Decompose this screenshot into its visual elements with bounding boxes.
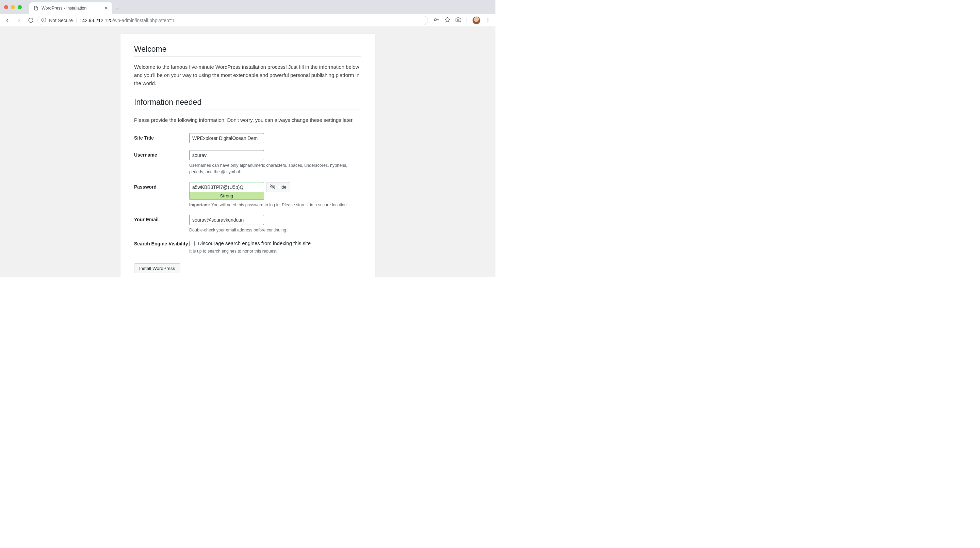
star-icon[interactable] bbox=[444, 17, 450, 24]
email-description: Double-check your email address before c… bbox=[189, 227, 361, 234]
svg-point-11 bbox=[488, 21, 488, 22]
menu-icon[interactable] bbox=[485, 17, 491, 24]
new-tab-button[interactable]: + bbox=[112, 2, 122, 14]
search-visibility-description: It is up to search engines to honor this… bbox=[189, 248, 361, 255]
search-visibility-label: Search Engine Visibility bbox=[134, 240, 189, 247]
reload-button[interactable] bbox=[26, 16, 35, 25]
password-label: Password bbox=[134, 182, 189, 190]
info-icon bbox=[41, 18, 46, 24]
browser-toolbar: Not Secure | 142.93.212.125/wp-admin/ins… bbox=[0, 14, 495, 27]
divider bbox=[134, 110, 361, 110]
browser-tab[interactable]: WordPress › Installation ✕ bbox=[29, 2, 112, 14]
svg-point-10 bbox=[488, 19, 488, 20]
svg-marker-7 bbox=[445, 17, 450, 22]
email-input[interactable] bbox=[189, 215, 264, 225]
svg-point-2 bbox=[43, 19, 44, 19]
password-input[interactable] bbox=[189, 182, 264, 192]
hide-label: Hide bbox=[277, 185, 286, 190]
svg-point-8 bbox=[458, 19, 460, 21]
search-visibility-checkbox-label: Discourage search engines from indexing … bbox=[198, 240, 311, 246]
browser-tab-strip: WordPress › Installation ✕ + bbox=[0, 0, 495, 14]
info-text: Please provide the following information… bbox=[134, 116, 361, 124]
maximize-window-button[interactable] bbox=[18, 5, 22, 9]
email-label: Your Email bbox=[134, 215, 189, 222]
forward-button[interactable] bbox=[14, 16, 24, 25]
site-title-input[interactable] bbox=[189, 133, 264, 143]
window-controls bbox=[0, 5, 26, 9]
close-window-button[interactable] bbox=[4, 5, 8, 9]
password-description: Important: You will need this password t… bbox=[189, 202, 361, 208]
profile-avatar[interactable] bbox=[472, 16, 480, 24]
divider: | bbox=[76, 18, 77, 23]
url: 142.93.212.125/wp-admin/install.php?step… bbox=[80, 18, 175, 23]
password-strength: Strong bbox=[189, 192, 264, 200]
welcome-heading: Welcome bbox=[134, 42, 361, 56]
security-status: Not Secure bbox=[49, 18, 73, 23]
info-heading: Information needed bbox=[134, 95, 361, 110]
svg-point-3 bbox=[434, 19, 436, 21]
page-viewport: Welcome Welcome to the famous five-minut… bbox=[0, 27, 495, 277]
install-wordpress-button[interactable]: Install WordPress bbox=[134, 263, 180, 273]
address-bar[interactable]: Not Secure | 142.93.212.125/wp-admin/ins… bbox=[37, 16, 428, 25]
install-card: Welcome Welcome to the famous five-minut… bbox=[121, 34, 375, 277]
username-description: Usernames can have only alphanumeric cha… bbox=[189, 162, 361, 175]
search-visibility-checkbox[interactable] bbox=[189, 241, 195, 246]
document-icon bbox=[33, 5, 39, 11]
hide-password-button[interactable]: Hide bbox=[266, 182, 290, 192]
tab-title: WordPress › Installation bbox=[41, 6, 102, 11]
minimize-window-button[interactable] bbox=[11, 5, 15, 9]
svg-point-9 bbox=[488, 18, 488, 19]
back-button[interactable] bbox=[3, 16, 12, 25]
username-input[interactable] bbox=[189, 150, 264, 160]
toolbar-right: | bbox=[430, 16, 493, 24]
key-icon[interactable] bbox=[434, 17, 440, 24]
divider bbox=[134, 56, 361, 57]
camera-icon[interactable] bbox=[455, 17, 461, 24]
welcome-text: Welcome to the famous five-minute WordPr… bbox=[134, 63, 361, 88]
username-label: Username bbox=[134, 150, 189, 158]
site-title-label: Site Title bbox=[134, 133, 189, 140]
eye-slash-icon bbox=[270, 184, 275, 190]
close-tab-icon[interactable]: ✕ bbox=[104, 6, 108, 11]
